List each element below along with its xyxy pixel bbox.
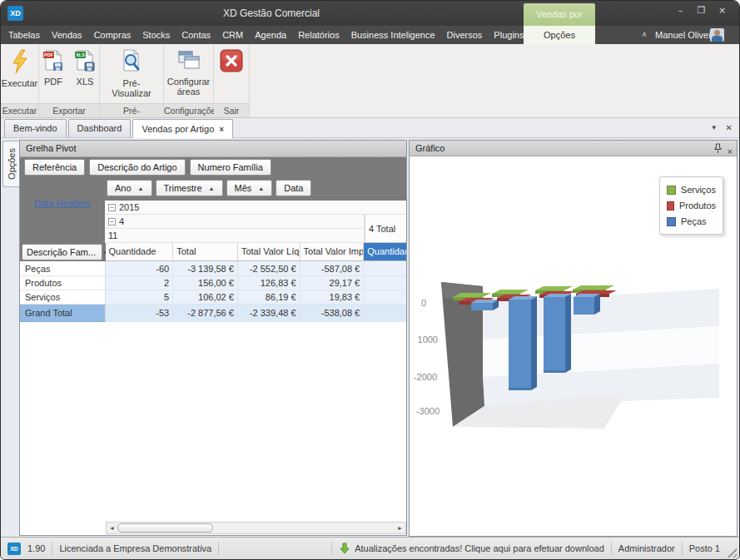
executar-button[interactable]: Executar [0, 47, 41, 90]
content-area: Opções Grelha Pivot Referência Descrição… [1, 138, 739, 538]
ribbon-group-executar: Executar [1, 103, 38, 117]
tabstrip-close-icon[interactable]: ✕ [726, 123, 733, 133]
field-numero-familia[interactable]: Numero Família [190, 159, 271, 176]
sair-button[interactable] [216, 47, 246, 76]
exit-icon [220, 49, 243, 74]
column-fields-area: Ano▲ Trimestre▲ Mês▲ Data [105, 177, 406, 201]
doc-tab-vendas-por-artigo[interactable]: Vendas por Artigo× [132, 119, 233, 138]
menu-agenda[interactable]: Agenda [249, 26, 292, 44]
field-descricao-artigo[interactable]: Descrição do Artigo [89, 159, 185, 176]
resize-grip[interactable] [725, 546, 737, 558]
context-tab-label: Vendas por Artigo [524, 3, 595, 26]
title-bar: XD XD Gestão Comercial Vendas por Artigo… [1, 1, 739, 26]
menu-contas[interactable]: Contas [176, 26, 216, 44]
col-header-total-quantidade-selected[interactable]: Quantidade [364, 243, 406, 261]
tab-opcoes[interactable]: Opções [524, 26, 595, 44]
svg-text:XLS: XLS [76, 52, 85, 57]
role-label: Administrador [618, 543, 675, 553]
group-row-4[interactable]: − 4 [105, 215, 365, 229]
doc-tab-dashboard[interactable]: Dashboard [68, 119, 132, 137]
sort-asc-icon: ▲ [138, 186, 144, 191]
menu-business-inteligence[interactable]: Business Inteligence [345, 26, 441, 44]
tab-list-dropdown-icon[interactable]: ▼ [711, 123, 718, 133]
grid-empty-area [20, 322, 406, 535]
field-descricao-familia[interactable]: Descrição Fam...▲ [22, 244, 102, 260]
side-tab-opcoes[interactable]: Opções [2, 141, 19, 187]
table-row-pecas[interactable]: Peças -60 -3 139,58 € -2 552,50 € -587,0… [20, 261, 406, 276]
pre-visualizar-button[interactable]: Pré-Visualizar [100, 47, 163, 100]
status-logo-icon: XD [7, 543, 21, 555]
collapse-icon[interactable]: − [108, 204, 116, 211]
chart-panel-title: Gráfico [415, 143, 444, 153]
doc-tab-bem-vindo[interactable]: Bem-vindo [4, 119, 67, 137]
station-label: Posto 1 [689, 543, 720, 553]
data-headers-area: Data Headers [20, 177, 105, 243]
legend-item-servicos: Serviços [667, 185, 716, 195]
sort-asc-icon: ▲ [258, 186, 264, 191]
menu-vendas[interactable]: Vendas [46, 26, 88, 44]
pdf-button[interactable]: PDF PDF [39, 47, 67, 88]
pivot-grid-panel: Grelha Pivot Referência Descrição do Art… [19, 140, 407, 536]
configurar-areas-button[interactable]: Configurar áreas [164, 47, 213, 98]
close-button[interactable]: × [713, 5, 731, 17]
table-row-grand-total[interactable]: Grand Total -53 -2 877,56 € -2 339,48 € … [20, 305, 406, 322]
row-field-area: Descrição Fam...▲ [20, 243, 106, 261]
license-label: Licenciada a Empresa Demonstrativa [59, 543, 211, 553]
field-mes[interactable]: Mês▲ [226, 180, 273, 196]
version-label: 1.90 [27, 543, 45, 553]
maximize-button[interactable]: ❐ [693, 5, 710, 17]
field-data[interactable]: Data [276, 180, 311, 196]
ribbon-collapse-icon[interactable]: ∧ [636, 26, 653, 44]
scrollbar-thumb[interactable] [117, 523, 213, 533]
chart-panel: Gráfico × [409, 140, 738, 536]
group-row-2015[interactable]: − 2015 [105, 201, 406, 215]
menu-tabelas[interactable]: Tabelas [2, 26, 46, 44]
chart-legend: Serviços Produtos Peças [659, 176, 723, 235]
update-message[interactable]: Atualizações encontradas! Clique aqui pa… [355, 543, 604, 553]
pecas-swatch [667, 217, 676, 226]
menu-relatorios[interactable]: Relatórios [292, 26, 345, 44]
col-header-total[interactable]: Total [173, 243, 238, 261]
update-download-icon [339, 543, 350, 554]
field-trimestre[interactable]: Trimestre▲ [156, 180, 223, 196]
produtos-swatch [667, 201, 674, 211]
col-header-total-valor-liquido[interactable]: Total Valor Líqu... [238, 243, 300, 261]
svg-text:PDF: PDF [44, 52, 54, 57]
menu-compras[interactable]: Compras [88, 26, 137, 44]
group-row-11[interactable]: 11 [105, 229, 365, 243]
configure-areas-icon [176, 49, 201, 74]
col-header-total-valor-imposto[interactable]: Total Valor Imp... [300, 243, 365, 261]
column-4-total-header[interactable]: 4 Total [365, 215, 406, 243]
servicos-swatch [667, 186, 676, 195]
field-referencia[interactable]: Referência [24, 159, 85, 176]
scroll-left-icon[interactable]: ◄ [107, 525, 117, 531]
user-avatar[interactable] [710, 28, 724, 42]
app-window: XD XD Gestão Comercial Vendas por Artigo… [0, 0, 740, 560]
data-headers-link[interactable]: Data Headers [34, 198, 91, 208]
panel-close-icon[interactable]: × [728, 146, 733, 156]
col-header-quantidade[interactable]: Quantidade [106, 243, 174, 261]
collapse-icon[interactable]: − [108, 218, 116, 225]
legend-item-produtos: Produtos [667, 201, 716, 211]
menu-crm[interactable]: CRM [216, 26, 249, 44]
minimize-button[interactable]: – [672, 5, 689, 17]
ribbon-group-exportar: Exportar [39, 103, 99, 117]
scroll-right-icon[interactable]: ► [395, 525, 405, 531]
status-bar: XD 1.90 Licenciada a Empresa Demonstrati… [1, 537, 739, 559]
pivot-filter-area: Referência Descrição do Artigo Numero Fa… [20, 157, 406, 177]
axis-tick--2000: -2000 [414, 372, 437, 382]
sort-asc-icon: ▲ [209, 186, 215, 191]
xls-button[interactable]: XLS XLS [71, 47, 99, 88]
field-ano[interactable]: Ano▲ [107, 180, 152, 196]
menu-stocks[interactable]: Stocks [137, 26, 176, 44]
xls-document-icon: XLS [74, 49, 96, 74]
ribbon-group-previsualizacao: Pré-Visualização [100, 103, 163, 117]
menu-diversos[interactable]: Diversos [441, 26, 489, 44]
table-row-produtos[interactable]: Produtos 2 156,00 € 126,83 € 29,17 € [20, 276, 406, 290]
legend-item-pecas: Peças [667, 216, 716, 226]
horizontal-scrollbar[interactable]: ◄ ► [106, 522, 406, 534]
tab-close-icon[interactable]: × [219, 125, 224, 134]
table-row-servicos[interactable]: Serviços 5 106,02 € 86,19 € 19,83 € [20, 290, 406, 305]
user-name[interactable]: Manuel Oliveira [655, 26, 718, 44]
pdf-document-icon: PDF [42, 49, 64, 74]
